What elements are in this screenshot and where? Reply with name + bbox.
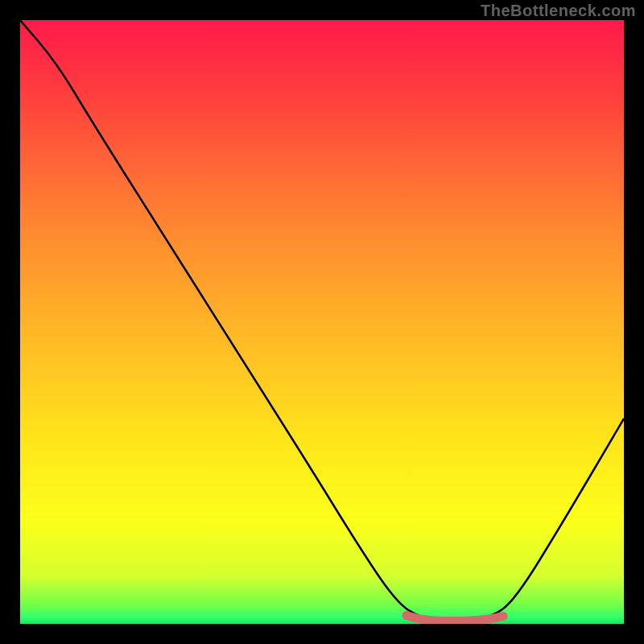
watermark-text: TheBottleneck.com [481,2,636,20]
bottleneck-plot [20,20,624,624]
gradient-background [20,20,624,624]
chart-frame: TheBottleneck.com [0,0,644,644]
